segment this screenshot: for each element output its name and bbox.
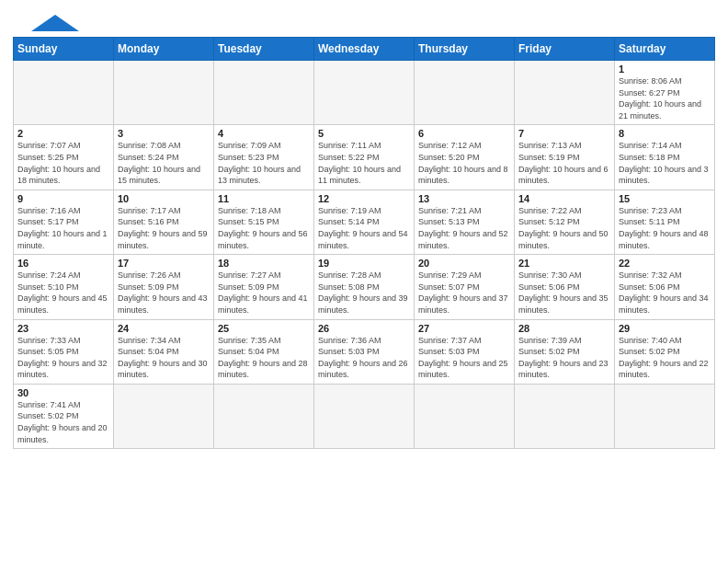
calendar-cell <box>415 61 515 125</box>
day-number: 27 <box>418 323 510 334</box>
calendar-cell: 6Sunrise: 7:12 AM Sunset: 5:20 PM Daylig… <box>415 125 515 190</box>
calendar-cell: 21Sunrise: 7:30 AM Sunset: 5:06 PM Dayli… <box>515 255 615 319</box>
logo <box>13 13 79 31</box>
calendar-cell <box>615 384 715 448</box>
day-info: Sunrise: 7:14 AM Sunset: 5:18 PM Dayligh… <box>619 140 711 186</box>
day-info: Sunrise: 7:37 AM Sunset: 5:03 PM Dayligh… <box>418 335 510 381</box>
page: SundayMondayTuesdayWednesdayThursdayFrid… <box>0 0 728 563</box>
day-number: 20 <box>418 258 510 269</box>
day-info: Sunrise: 7:21 AM Sunset: 5:13 PM Dayligh… <box>418 205 510 251</box>
weekday-header-wednesday: Wednesday <box>314 38 415 61</box>
calendar-cell: 24Sunrise: 7:34 AM Sunset: 5:04 PM Dayli… <box>114 319 214 384</box>
weekday-header-thursday: Thursday <box>415 38 515 61</box>
day-number: 10 <box>118 193 210 204</box>
day-number: 6 <box>418 128 510 139</box>
calendar-cell: 20Sunrise: 7:29 AM Sunset: 5:07 PM Dayli… <box>415 255 515 319</box>
day-info: Sunrise: 7:29 AM Sunset: 5:07 PM Dayligh… <box>418 270 510 316</box>
day-number: 3 <box>118 128 210 139</box>
calendar-cell <box>415 384 515 448</box>
day-info: Sunrise: 8:06 AM Sunset: 6:27 PM Dayligh… <box>619 75 711 121</box>
header <box>13 9 715 31</box>
day-info: Sunrise: 7:28 AM Sunset: 5:08 PM Dayligh… <box>318 270 410 316</box>
weekday-header-monday: Monday <box>114 38 214 61</box>
day-number: 29 <box>619 323 711 334</box>
day-number: 13 <box>418 193 510 204</box>
day-info: Sunrise: 7:08 AM Sunset: 5:24 PM Dayligh… <box>118 140 210 186</box>
weekday-header-friday: Friday <box>515 38 615 61</box>
day-number: 11 <box>218 193 310 204</box>
day-number: 28 <box>518 323 610 334</box>
calendar-cell: 10Sunrise: 7:17 AM Sunset: 5:16 PM Dayli… <box>114 190 214 254</box>
calendar-cell: 11Sunrise: 7:18 AM Sunset: 5:15 PM Dayli… <box>214 190 314 254</box>
day-info: Sunrise: 7:41 AM Sunset: 5:02 PM Dayligh… <box>17 399 109 445</box>
day-info: Sunrise: 7:34 AM Sunset: 5:04 PM Dayligh… <box>118 335 210 381</box>
weekday-header-sunday: Sunday <box>14 38 114 61</box>
weekday-header-saturday: Saturday <box>615 38 715 61</box>
day-number: 12 <box>318 193 410 204</box>
calendar-cell: 2Sunrise: 7:07 AM Sunset: 5:25 PM Daylig… <box>14 125 114 190</box>
day-info: Sunrise: 7:07 AM Sunset: 5:25 PM Dayligh… <box>17 140 109 186</box>
day-number: 9 <box>17 193 109 204</box>
day-number: 7 <box>518 128 610 139</box>
calendar-cell: 4Sunrise: 7:09 AM Sunset: 5:23 PM Daylig… <box>214 125 314 190</box>
calendar-cell: 25Sunrise: 7:35 AM Sunset: 5:04 PM Dayli… <box>214 319 314 384</box>
day-number: 19 <box>318 258 410 269</box>
day-info: Sunrise: 7:09 AM Sunset: 5:23 PM Dayligh… <box>218 140 310 186</box>
calendar-cell <box>14 61 114 125</box>
day-info: Sunrise: 7:27 AM Sunset: 5:09 PM Dayligh… <box>218 270 310 316</box>
weekday-header-row: SundayMondayTuesdayWednesdayThursdayFrid… <box>14 38 715 61</box>
calendar-cell: 23Sunrise: 7:33 AM Sunset: 5:05 PM Dayli… <box>14 319 114 384</box>
calendar-cell: 8Sunrise: 7:14 AM Sunset: 5:18 PM Daylig… <box>615 125 715 190</box>
day-number: 8 <box>619 128 711 139</box>
day-number: 21 <box>518 258 610 269</box>
day-info: Sunrise: 7:30 AM Sunset: 5:06 PM Dayligh… <box>518 270 610 316</box>
calendar-cell: 26Sunrise: 7:36 AM Sunset: 5:03 PM Dayli… <box>314 319 415 384</box>
day-info: Sunrise: 7:11 AM Sunset: 5:22 PM Dayligh… <box>318 140 410 186</box>
calendar-cell: 1Sunrise: 8:06 AM Sunset: 6:27 PM Daylig… <box>615 61 715 125</box>
calendar-cell: 22Sunrise: 7:32 AM Sunset: 5:06 PM Dayli… <box>615 255 715 319</box>
day-info: Sunrise: 7:18 AM Sunset: 5:15 PM Dayligh… <box>218 205 310 251</box>
day-info: Sunrise: 7:36 AM Sunset: 5:03 PM Dayligh… <box>318 335 410 381</box>
calendar-cell: 13Sunrise: 7:21 AM Sunset: 5:13 PM Dayli… <box>415 190 515 254</box>
day-info: Sunrise: 7:23 AM Sunset: 5:11 PM Dayligh… <box>619 205 711 251</box>
calendar-cell: 3Sunrise: 7:08 AM Sunset: 5:24 PM Daylig… <box>114 125 214 190</box>
day-number: 22 <box>619 258 711 269</box>
calendar-cell: 18Sunrise: 7:27 AM Sunset: 5:09 PM Dayli… <box>214 255 314 319</box>
day-info: Sunrise: 7:33 AM Sunset: 5:05 PM Dayligh… <box>17 335 109 381</box>
day-info: Sunrise: 7:32 AM Sunset: 5:06 PM Dayligh… <box>619 270 711 316</box>
day-info: Sunrise: 7:19 AM Sunset: 5:14 PM Dayligh… <box>318 205 410 251</box>
calendar-week-row: 23Sunrise: 7:33 AM Sunset: 5:05 PM Dayli… <box>14 319 715 384</box>
calendar-cell: 28Sunrise: 7:39 AM Sunset: 5:02 PM Dayli… <box>515 319 615 384</box>
calendar-cell <box>515 384 615 448</box>
day-number: 1 <box>619 63 711 75</box>
calendar-cell: 7Sunrise: 7:13 AM Sunset: 5:19 PM Daylig… <box>515 125 615 190</box>
day-info: Sunrise: 7:12 AM Sunset: 5:20 PM Dayligh… <box>418 140 510 186</box>
calendar-cell: 29Sunrise: 7:40 AM Sunset: 5:02 PM Dayli… <box>615 319 715 384</box>
svg-marker-0 <box>31 15 79 31</box>
day-info: Sunrise: 7:17 AM Sunset: 5:16 PM Dayligh… <box>118 205 210 251</box>
calendar-cell <box>214 384 314 448</box>
day-number: 26 <box>318 323 410 334</box>
calendar-cell <box>314 61 415 125</box>
day-info: Sunrise: 7:39 AM Sunset: 5:02 PM Dayligh… <box>518 335 610 381</box>
day-info: Sunrise: 7:13 AM Sunset: 5:19 PM Dayligh… <box>518 140 610 186</box>
day-number: 5 <box>318 128 410 139</box>
calendar-cell: 16Sunrise: 7:24 AM Sunset: 5:10 PM Dayli… <box>14 255 114 319</box>
day-number: 23 <box>17 323 109 334</box>
calendar-cell <box>214 61 314 125</box>
calendar-week-row: 1Sunrise: 8:06 AM Sunset: 6:27 PM Daylig… <box>14 61 715 125</box>
calendar-cell: 15Sunrise: 7:23 AM Sunset: 5:11 PM Dayli… <box>615 190 715 254</box>
calendar-cell <box>114 61 214 125</box>
day-number: 17 <box>118 258 210 269</box>
day-info: Sunrise: 7:26 AM Sunset: 5:09 PM Dayligh… <box>118 270 210 316</box>
day-number: 25 <box>218 323 310 334</box>
day-number: 4 <box>218 128 310 139</box>
calendar-cell: 17Sunrise: 7:26 AM Sunset: 5:09 PM Dayli… <box>114 255 214 319</box>
day-number: 16 <box>17 258 109 269</box>
calendar-week-row: 9Sunrise: 7:16 AM Sunset: 5:17 PM Daylig… <box>14 190 715 254</box>
day-number: 30 <box>17 387 109 398</box>
day-info: Sunrise: 7:24 AM Sunset: 5:10 PM Dayligh… <box>17 270 109 316</box>
calendar-cell <box>314 384 415 448</box>
day-info: Sunrise: 7:35 AM Sunset: 5:04 PM Dayligh… <box>218 335 310 381</box>
calendar-cell: 9Sunrise: 7:16 AM Sunset: 5:17 PM Daylig… <box>14 190 114 254</box>
